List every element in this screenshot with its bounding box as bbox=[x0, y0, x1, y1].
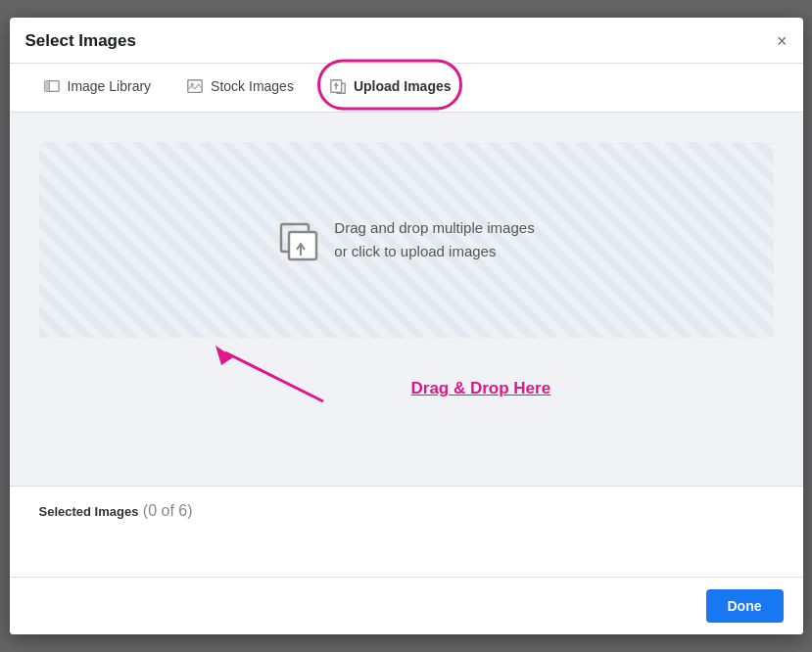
tabs-bar: Image Library Stock Images Uploa bbox=[10, 64, 803, 113]
modal-title: Select Images bbox=[25, 31, 136, 63]
close-button[interactable]: × bbox=[777, 32, 788, 62]
selected-images-area: Selected Images (0 of 6) bbox=[39, 502, 774, 561]
tab-upload-images-label: Upload Images bbox=[354, 78, 452, 94]
annotation-area: Drag & Drop Here bbox=[39, 338, 774, 416]
upload-text: Drag and drop multiple images or click t… bbox=[334, 216, 534, 263]
tab-stock-images-label: Stock Images bbox=[211, 78, 294, 94]
done-button[interactable]: Done bbox=[706, 589, 784, 623]
drag-drop-label: Drag & Drop Here bbox=[313, 379, 551, 398]
modal-header: Select Images × bbox=[10, 18, 803, 64]
selected-label: Selected Images bbox=[39, 504, 139, 519]
modal-footer: Done bbox=[10, 577, 803, 634]
upload-text-line1: Drag and drop multiple images bbox=[334, 216, 534, 240]
upload-text-line2: or click to upload images bbox=[334, 240, 534, 263]
modal-overlay: Select Images × Image Library Stock I bbox=[0, 0, 812, 652]
upload-images-icon bbox=[329, 77, 347, 95]
modal-body: Drag and drop multiple images or click t… bbox=[10, 113, 803, 486]
modal-dialog: Select Images × Image Library Stock I bbox=[10, 18, 803, 634]
drag-drop-arrow bbox=[196, 338, 372, 411]
tab-image-library[interactable]: Image Library bbox=[25, 64, 169, 112]
tab-upload-images[interactable]: Upload Images bbox=[311, 64, 469, 112]
selected-count: (0 of 6) bbox=[143, 502, 193, 519]
tab-image-library-label: Image Library bbox=[68, 78, 152, 94]
selected-images-section: Selected Images (0 of 6) bbox=[10, 486, 803, 577]
image-library-icon bbox=[43, 77, 61, 95]
upload-dropzone[interactable]: Drag and drop multiple images or click t… bbox=[39, 142, 774, 338]
upload-icon bbox=[277, 218, 320, 261]
svg-line-10 bbox=[225, 352, 323, 401]
stock-images-icon bbox=[186, 77, 204, 95]
svg-rect-1 bbox=[44, 81, 49, 92]
upload-icon-wrap bbox=[277, 218, 320, 261]
tab-stock-images[interactable]: Stock Images bbox=[168, 64, 311, 112]
